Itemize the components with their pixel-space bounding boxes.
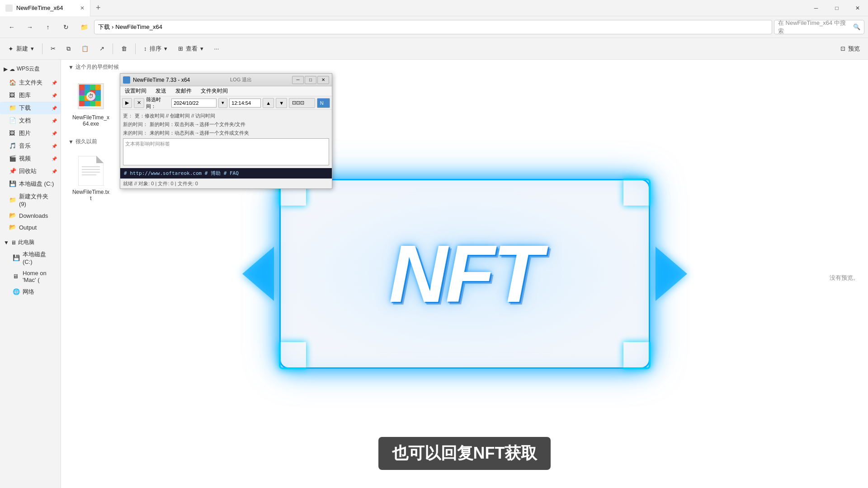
share-button[interactable]: ↗ [95,41,109,57]
app-maximize-btn[interactable]: □ [305,76,316,84]
window-controls: ─ □ ✕ [806,0,868,16]
left-arrow-shape [242,247,274,301]
maximize-button[interactable]: □ [826,0,847,16]
sidebar-item-docs[interactable]: 📄 文档 📌 [0,114,61,127]
app-close-btn[interactable]: ✕ [317,76,329,84]
sidebar-item-output[interactable]: 📂 Output [0,221,61,233]
app-menu-email[interactable]: 发邮件 [173,86,194,96]
sidebar-item-local-c2[interactable]: 💾 本地磁盘 (C:) [0,248,61,267]
forward-button[interactable]: → [22,19,38,35]
videos-icon: 🎬 [9,155,16,162]
copy-icon: ⧉ [66,45,71,52]
sort-icon: ↕ [144,45,147,52]
pin-icon-3: 📌 [52,106,57,111]
app-win-buttons: ─ □ ✕ [292,76,329,84]
breadcrumb-separator: › [112,23,113,30]
sidebar-item-home[interactable]: 🏠 主文件夹 📌 [0,76,61,89]
sidebar-section-thispc: ▼ 🖥 此电脑 💾 本地磁盘 (C:) 🖥 Home on 'Mac' ( 🌐 … [0,237,61,298]
sidebar-item-new-folder[interactable]: 📁 新建文件夹 (9) [0,190,61,210]
window-close-button[interactable]: ✕ [847,0,868,16]
images-icon: 🖼 [9,130,16,137]
view-button[interactable]: ⊞ 查看 ▾ [174,41,208,57]
refresh-button[interactable]: ↻ [58,19,74,35]
app-checkboxes[interactable]: ⊡⊡⊡ [289,98,315,108]
paste-button[interactable]: 📋 [77,41,93,57]
breadcrumb[interactable]: 下载 › NewFileTime_x64 [94,20,772,34]
sidebar-item-bookmarks[interactable]: 📌 回收站 📌 [0,165,61,178]
section-today-label: 这个月的早些时候 [75,63,119,71]
app-minimize-btn[interactable]: ─ [292,76,304,84]
view-icon: ⊞ [178,45,183,52]
search-bar[interactable]: 在 NewFileTime_x64 中搜索 🔍 [774,20,864,34]
svg-rect-13 [79,101,85,106]
sidebar-item-network-label: 网络 [23,288,34,296]
search-placeholder: 在 NewFileTime_x64 中搜索 [778,19,851,35]
new-tab-button[interactable]: + [90,3,106,13]
sidebar-item-images[interactable]: 🖼 图片 📌 [0,127,61,140]
preview-button[interactable]: ⊡ 预览 [836,41,864,57]
sidebar-thispc-header[interactable]: ▼ 🖥 此电脑 [0,237,61,248]
app-date-input[interactable] [171,99,217,108]
minimize-button[interactable]: ─ [806,0,826,16]
breadcrumb-home[interactable]: 下载 [98,23,110,31]
toolbar-separator-1 [42,43,42,54]
sidebar-item-videos[interactable]: 🎬 视频 📌 [0,152,61,165]
sidebar-item-downloads[interactable]: 📁 下载 📌 [0,102,61,114]
app-tool-play[interactable]: ▶ [122,98,132,108]
app-menu-send[interactable]: 发送 [153,86,169,96]
section-today-header: ▼ 这个月的早些时候 [61,60,868,73]
location-button[interactable]: 📁 [76,19,92,35]
app-lng-label: LOG 退出 [230,76,252,83]
bookmarks-icon: 📌 [9,168,16,175]
app-date-picker[interactable]: ▾ [218,98,227,108]
pin-icon-6: 📌 [52,144,57,149]
sidebar-item-downloads2[interactable]: 📂 Downloads [0,210,61,221]
preview-label: 预览 [848,45,860,53]
more-button[interactable]: ··· [210,41,224,57]
up-button[interactable]: ↑ [40,19,56,35]
file-item-txt[interactable]: NewFileTime.txt [68,151,113,205]
cut-button[interactable]: ✂ [46,41,60,57]
new-button[interactable]: ✦ 新建 ▾ [4,41,38,57]
sidebar-item-local-c[interactable]: 💾 本地磁盘 (C:) [0,178,61,190]
file-item-exe[interactable]: ⏱ NewFileTime_x64.exe [68,76,113,131]
sidebar-item-local-c2-label: 本地磁盘 (C:) [23,250,57,265]
sidebar-item-network[interactable]: 🌐 网络 [0,286,61,298]
delete-button[interactable]: 🗑 [117,41,132,57]
app-row-3: 来的时间： 来的时间：动态列表→选择一个文件或文件夹 [123,130,329,136]
wps-icon: ☁ [9,66,15,72]
sidebar-wps-header[interactable]: ▶ ☁ WPS云盘 [0,63,61,75]
txt-file-name: NewFileTime.txt [72,189,110,202]
txt-icon-svg [78,156,104,186]
svg-rect-16 [95,101,101,106]
sidebar-item-music[interactable]: 🎵 音乐 📌 [0,140,61,152]
browser-tab[interactable]: NewFileTime_x64 ✕ [0,0,90,16]
app-menu-folder-time[interactable]: 文件夹时间 [198,86,231,96]
sidebar-item-bookmarks-label: 回收站 [19,167,37,175]
home-mac-icon: 🖥 [13,273,20,280]
app-tool-stop[interactable]: ✕ [134,98,144,108]
exe-icon-svg: ⏱ [77,83,104,110]
tab-close-button[interactable]: ✕ [80,5,85,11]
app-row-1: 更： 更：修改时间 // 创建时间 // 访问时间 [123,113,329,119]
sort-button[interactable]: ↕ 排序 ▾ [139,41,172,57]
pin-icon-8: 📌 [52,169,57,174]
app-time-down[interactable]: ▼ [276,98,287,108]
app-text-area[interactable]: 文本将影响时间标签 [123,138,329,165]
new-icon: ✦ [8,45,14,52]
view-label: 查看 [186,45,198,53]
back-button[interactable]: ← [4,19,20,35]
app-hint3-text: 来的时间：动态列表→选择一个文件或文件夹 [150,130,249,136]
svg-rect-1 [79,84,85,90]
subtitle-bar: 也可以回复NFT获取 [378,437,551,470]
copy-button[interactable]: ⧉ [62,41,75,57]
sidebar-item-gallery[interactable]: 🖼 图库 📌 [0,89,61,102]
app-time-input[interactable] [229,99,261,108]
app-time-up[interactable]: ▲ [263,98,274,108]
app-menu-settings[interactable]: 设置时间 [122,86,149,96]
app-logo-btn[interactable]: N [317,98,330,108]
chevron-down-icon: ▼ [4,239,9,246]
breadcrumb-current[interactable]: NewFileTime_x64 [115,23,162,30]
sidebar-item-home-mac[interactable]: 🖥 Home on 'Mac' ( [0,267,61,286]
app-text-placeholder: 文本将影响时间标签 [125,141,170,146]
